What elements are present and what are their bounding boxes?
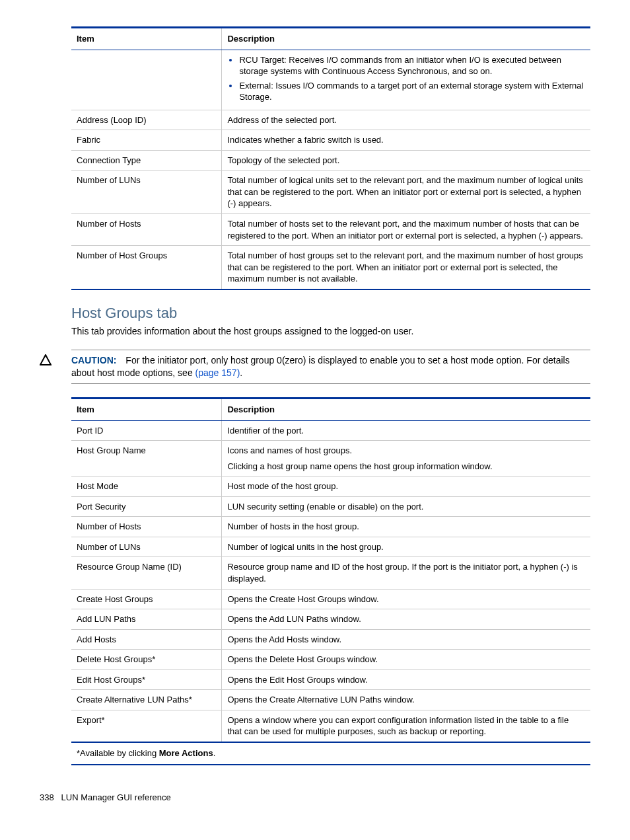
footnote-post: . (213, 748, 216, 758)
table-header-row: Item Description (71, 28, 590, 50)
cell-desc: Number of hosts in the host group. (222, 517, 590, 537)
table-row: Export* Opens a window where you can exp… (71, 710, 590, 742)
table-row: Host Group Name Icons and names of host … (71, 441, 590, 477)
cell-item: Port ID (71, 420, 222, 441)
caution-link[interactable]: (page 157) (195, 367, 240, 378)
table-row: Number of LUNs Total number of logical u… (71, 171, 590, 214)
cell-item: Host Group Name (71, 441, 222, 477)
col-header-desc: Description (222, 399, 590, 421)
cell-desc: RCU Target: Receives I/O commands from a… (222, 50, 590, 110)
ports-table: Item Description RCU Target: Receives I/… (71, 26, 590, 290)
cell-item: Number of LUNs (71, 537, 222, 557)
cell-desc: Number of logical units in the host grou… (222, 537, 590, 557)
section-heading: Host Groups tab (71, 303, 590, 323)
table-footnote-row: *Available by clicking More Actions. (71, 742, 590, 765)
table-row: Add LUN Paths Opens the Add LUN Paths wi… (71, 609, 590, 630)
cell-item: Create Alternative LUN Paths* (71, 690, 222, 710)
table-row: Number of Hosts Total number of hosts se… (71, 214, 590, 246)
table-row: Connection Type Topology of the selected… (71, 150, 590, 171)
cell-desc: LUN security setting (enable or disable)… (222, 496, 590, 517)
cell-desc: Opens a window where you can export conf… (222, 710, 590, 742)
cell-item: Create Host Groups (71, 589, 222, 609)
cell-item: Number of LUNs (71, 171, 222, 214)
cell-item: Add LUN Paths (71, 609, 222, 630)
cell-desc: Topology of the selected port. (222, 150, 590, 171)
caution-label: CAUTION: (71, 355, 116, 365)
table-row: Port ID Identifier of the port. (71, 420, 590, 441)
table-row: Edit Host Groups* Opens the Edit Host Gr… (71, 669, 590, 690)
caution-text-post: . (240, 367, 242, 378)
cell-desc: Address of the selected port. (222, 110, 590, 130)
page-number: 338 (40, 792, 54, 802)
cell-item (71, 50, 222, 110)
table-row: Add Hosts Opens the Add Hosts window. (71, 629, 590, 650)
cell-desc: Opens the Add Hosts window. (222, 629, 590, 650)
cell-desc: Opens the Create Host Groups window. (222, 589, 590, 609)
cell-desc: Resource group name and ID of the host g… (222, 557, 590, 589)
cell-item: Number of Hosts (71, 214, 222, 246)
page-footer-title: LUN Manager GUI reference (61, 792, 171, 802)
cell-desc: Opens the Add LUN Paths window. (222, 609, 590, 630)
section-body: This tab provides information about the … (71, 325, 590, 338)
cell-item: Export* (71, 710, 222, 742)
cell-item: Fabric (71, 130, 222, 151)
cell-item: Address (Loop ID) (71, 110, 222, 130)
cell-desc: Opens the Create Alternative LUN Paths w… (222, 690, 590, 710)
table-footnote: *Available by clicking More Actions. (71, 742, 590, 765)
cell-item: Add Hosts (71, 629, 222, 650)
cell-item: Connection Type (71, 150, 222, 171)
cell-desc-line2: Clicking a host group name opens the hos… (227, 461, 585, 473)
caution-text: For the initiator port, only host group … (71, 355, 570, 378)
cell-desc: Host mode of the host group. (222, 477, 590, 497)
col-header-desc: Description (222, 28, 590, 50)
page-footer: 338 LUN Manager GUI reference (40, 792, 590, 804)
cell-desc: Opens the Edit Host Groups window. (222, 669, 590, 690)
list-item: RCU Target: Receives I/O commands from a… (239, 54, 585, 77)
table-row: RCU Target: Receives I/O commands from a… (71, 50, 590, 110)
table-header-row: Item Description (71, 399, 590, 421)
page-content: Item Description RCU Target: Receives I/… (71, 26, 590, 765)
cell-desc-line1: Icons and names of host groups. (227, 445, 585, 457)
table-row: Resource Group Name (ID) Resource group … (71, 557, 590, 589)
cell-item: Number of Host Groups (71, 246, 222, 289)
list-item: External: Issues I/O commands to a targe… (239, 80, 585, 103)
cell-desc: Total number of logical units set to the… (222, 171, 590, 214)
cell-item: Resource Group Name (ID) (71, 557, 222, 589)
cell-item: Host Mode (71, 477, 222, 497)
cell-desc: Total number of host groups set to the r… (222, 246, 590, 289)
cell-item: Number of Hosts (71, 517, 222, 537)
table-row: Number of LUNs Number of logical units i… (71, 537, 590, 557)
cell-item: Edit Host Groups* (71, 669, 222, 690)
table-row: Number of Host Groups Total number of ho… (71, 246, 590, 289)
cell-desc: Opens the Delete Host Groups window. (222, 650, 590, 670)
col-header-item: Item (71, 399, 222, 421)
footnote-pre: *Available by clicking (77, 748, 159, 758)
cell-item: Port Security (71, 496, 222, 517)
caution-block: CAUTION: For the initiator port, only ho… (71, 350, 590, 384)
table-row: Create Host Groups Opens the Create Host… (71, 589, 590, 609)
table-row: Create Alternative LUN Paths* Opens the … (71, 690, 590, 710)
cell-item: Delete Host Groups* (71, 650, 222, 670)
table-row: Number of Hosts Number of hosts in the h… (71, 517, 590, 537)
table-row: Delete Host Groups* Opens the Delete Hos… (71, 650, 590, 670)
table-row: Fabric Indicates whether a fabric switch… (71, 130, 590, 151)
table-row: Address (Loop ID) Address of the selecte… (71, 110, 590, 130)
caution-icon (40, 354, 52, 370)
cell-desc: Icons and names of host groups. Clicking… (222, 441, 590, 477)
cell-desc: Identifier of the port. (222, 420, 590, 441)
col-header-item: Item (71, 28, 222, 50)
footnote-bold: More Actions (159, 748, 213, 758)
cell-desc: Indicates whether a fabric switch is use… (222, 130, 590, 151)
table-row: Host Mode Host mode of the host group. (71, 477, 590, 497)
host-groups-table: Item Description Port ID Identifier of t… (71, 397, 590, 765)
cell-desc: Total number of hosts set to the relevan… (222, 214, 590, 246)
table-row: Port Security LUN security setting (enab… (71, 496, 590, 517)
